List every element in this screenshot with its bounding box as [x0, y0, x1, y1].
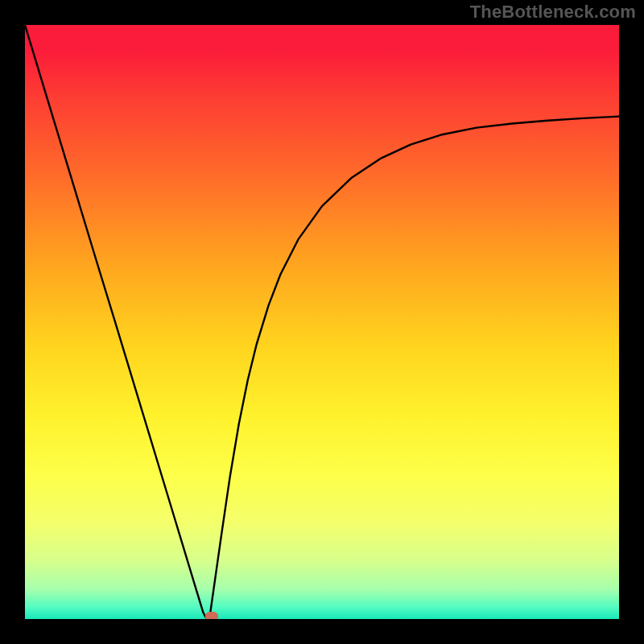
chart-frame: TheBottleneck.com: [0, 0, 644, 644]
watermark-text: TheBottleneck.com: [470, 2, 636, 23]
plot-area: [25, 25, 619, 619]
bottleneck-curve: [25, 25, 619, 619]
bottleneck-marker: [205, 612, 218, 619]
